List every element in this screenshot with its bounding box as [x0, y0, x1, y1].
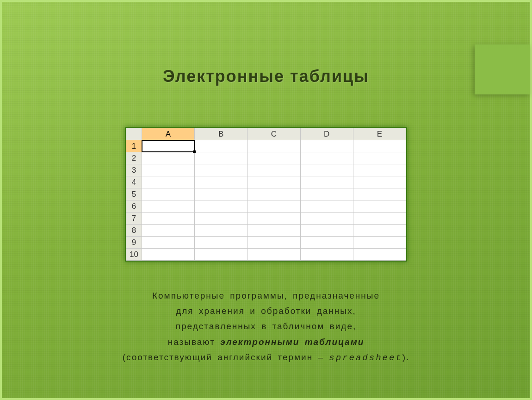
cell — [142, 152, 194, 164]
cell — [247, 200, 300, 212]
col-header-D: D — [300, 128, 353, 140]
cell — [195, 249, 247, 261]
col-header-C: C — [247, 128, 300, 140]
presentation-slide: Электронные таблицы A B C D E 1 — [0, 0, 532, 400]
cell — [195, 164, 247, 176]
cell — [300, 188, 353, 200]
caption-line-5-prefix: (соответствующий английский термин – — [123, 352, 329, 362]
row-header-4: 4 — [126, 176, 142, 188]
caption-line-5-suffix: ). — [402, 352, 410, 362]
cell — [247, 176, 300, 188]
cell — [300, 212, 353, 225]
cell-E1 — [353, 140, 406, 152]
caption-line-4-emph: электронными таблицами — [220, 337, 364, 347]
table-row: 7 — [126, 212, 406, 225]
row-header-7: 7 — [126, 212, 142, 225]
table-row: 5 — [126, 188, 406, 200]
cell — [300, 164, 353, 176]
cell — [247, 212, 300, 225]
col-header-A: A — [142, 128, 194, 140]
row-header-6: 6 — [126, 200, 142, 212]
caption-line-2: для хранения и обработки данных, — [2, 303, 530, 319]
table-row: 6 — [126, 200, 406, 212]
slide-title: Электронные таблицы — [2, 67, 530, 86]
cell — [353, 164, 406, 176]
table-row: 3 — [126, 164, 406, 176]
row-header-10: 10 — [126, 249, 142, 261]
row-header-1: 1 — [126, 140, 142, 152]
table-row: 9 — [126, 237, 406, 249]
cell — [300, 249, 353, 261]
caption-line-3: представленных в табличном виде, — [2, 319, 530, 334]
spreadsheet-figure: A B C D E 1 2 — [125, 127, 407, 262]
cell — [300, 176, 353, 188]
cell — [300, 237, 353, 249]
cell — [247, 188, 300, 200]
caption-line-5: (соответствующий английский термин – spr… — [2, 350, 530, 366]
cell — [142, 164, 194, 176]
cell — [142, 188, 194, 200]
cell — [195, 200, 247, 212]
cell — [247, 225, 300, 237]
corner-cell — [126, 128, 142, 140]
table-row: 4 — [126, 176, 406, 188]
cell — [353, 152, 406, 164]
cell — [142, 176, 194, 188]
cell — [300, 152, 353, 164]
col-header-B: B — [195, 128, 247, 140]
cell-C1 — [247, 140, 300, 152]
row-header-3: 3 — [126, 164, 142, 176]
cell — [142, 237, 194, 249]
spreadsheet-grid: A B C D E 1 2 — [126, 128, 406, 261]
cell — [142, 249, 194, 261]
slide-caption: Компьютерные программы, предназначенные … — [2, 288, 530, 366]
cell — [142, 200, 194, 212]
cell — [353, 237, 406, 249]
caption-line-5-term: spreadsheet — [329, 353, 402, 363]
caption-line-1: Компьютерные программы, предназначенные — [2, 288, 530, 303]
column-header-row: A B C D E — [126, 128, 406, 140]
cell — [195, 188, 247, 200]
caption-line-4: называют электронными таблицами — [2, 334, 530, 350]
row-header-5: 5 — [126, 188, 142, 200]
cell — [353, 225, 406, 237]
cell — [195, 225, 247, 237]
cell — [195, 176, 247, 188]
cell — [353, 176, 406, 188]
cell — [195, 152, 247, 164]
cell — [247, 237, 300, 249]
col-header-E: E — [353, 128, 406, 140]
table-row: 2 — [126, 152, 406, 164]
row-header-8: 8 — [126, 225, 142, 237]
row-header-9: 9 — [126, 237, 142, 249]
cell — [247, 249, 300, 261]
cell — [142, 225, 194, 237]
cell — [300, 225, 353, 237]
row-header-2: 2 — [126, 152, 142, 164]
cell-D1 — [300, 140, 353, 152]
cell-B1 — [195, 140, 247, 152]
cell-A1 — [142, 140, 194, 152]
cell — [247, 152, 300, 164]
caption-line-4-prefix: называют — [168, 337, 220, 347]
table-row: 10 — [126, 249, 406, 261]
cell — [300, 200, 353, 212]
cell — [353, 249, 406, 261]
cell — [353, 188, 406, 200]
table-row: 1 — [126, 140, 406, 152]
table-row: 8 — [126, 225, 406, 237]
cell — [195, 212, 247, 225]
cell — [195, 237, 247, 249]
cell — [247, 164, 300, 176]
cell — [353, 212, 406, 225]
cell — [142, 212, 194, 225]
cell — [353, 200, 406, 212]
